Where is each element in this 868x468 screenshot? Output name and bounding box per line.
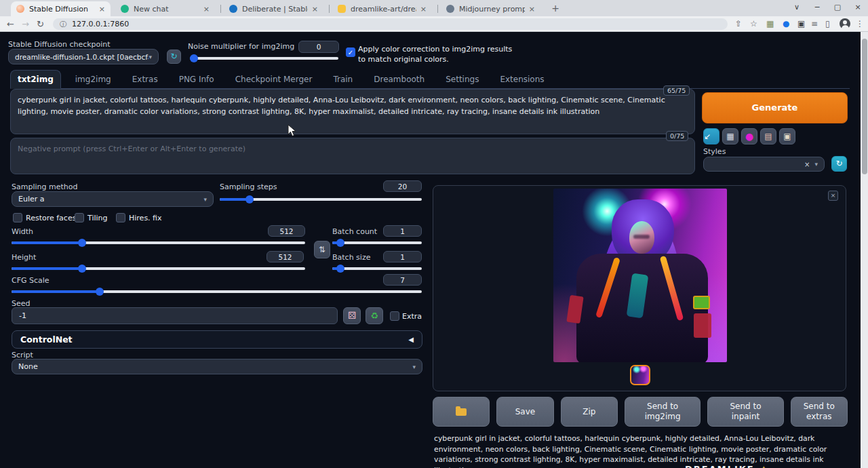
site-info-icon[interactable]: ⓘ	[60, 20, 66, 29]
hires-fix-checkbox[interactable]	[116, 213, 125, 222]
checkpoint-refresh-button[interactable]: ↻	[167, 50, 181, 64]
tab-checkpoint-merger[interactable]: Checkpoint Merger	[229, 71, 319, 88]
apply-style-button[interactable]: ▤	[760, 128, 776, 144]
color-correction-label: Apply color correction to img2img result…	[358, 45, 519, 65]
sampling-steps-input[interactable]	[383, 180, 422, 192]
open-folder-button[interactable]	[433, 397, 490, 427]
paste-params-button[interactable]: ↙	[703, 128, 719, 144]
share-icon[interactable]: ⇧	[735, 18, 742, 30]
tab-close-icon[interactable]: ×	[203, 5, 210, 14]
sampling-method-value: Euler a	[18, 195, 45, 203]
sampling-method-dropdown[interactable]: Euler a ▾	[12, 191, 214, 207]
tab-png-info[interactable]: PNG Info	[172, 71, 221, 88]
script-value: None	[18, 362, 38, 371]
profile-avatar[interactable]	[840, 18, 850, 29]
noise-multiplier-input[interactable]	[298, 41, 339, 53]
browser-tab-dreamlike[interactable]: dreamlike-art/dreamlike-diffusio ×	[332, 1, 432, 16]
bookmark-star-icon[interactable]: ☆	[750, 18, 757, 30]
new-tab-button[interactable]: +	[549, 3, 561, 15]
back-icon[interactable]: ←	[7, 18, 14, 31]
prompt-textarea[interactable]: cyberpunk girl in jacket, colorful tatto…	[10, 89, 695, 134]
extension-grid-icon[interactable]: ▦	[766, 18, 774, 30]
tab-train[interactable]: Train	[326, 71, 359, 88]
forward-icon: →	[22, 18, 29, 31]
save-style-button[interactable]: ▣	[779, 128, 795, 144]
color-correction-checkbox[interactable]: ✓	[346, 47, 355, 57]
tab-close-icon[interactable]: ×	[312, 5, 318, 14]
window-close-button[interactable]: ×	[848, 0, 868, 15]
extensions-puzzle-icon[interactable]: ▣	[797, 18, 805, 30]
tab-close-icon[interactable]: ×	[99, 5, 105, 14]
browser-tab-strip: Stable Diffusion × New chat × Deliberate…	[0, 0, 868, 16]
swap-width-height-button[interactable]: ⇅	[314, 241, 330, 258]
media-extension-icon[interactable]: ●	[783, 18, 789, 30]
reading-list-icon[interactable]: ≡	[811, 18, 818, 30]
tab-separator	[220, 5, 221, 13]
script-dropdown[interactable]: None ▾	[12, 359, 422, 374]
tiling-label: Tiling	[87, 214, 108, 222]
reuse-seed-recycle-button[interactable]: ♻	[366, 307, 383, 324]
tab-img2img[interactable]: img2img	[68, 71, 118, 88]
address-bar[interactable]: ⓘ 127.0.0.1:7860	[53, 18, 728, 30]
gallery-thumbnail-selected[interactable]	[630, 365, 650, 385]
browser-tab-stable-diffusion[interactable]: Stable Diffusion ×	[11, 1, 111, 16]
extra-seed-checkbox[interactable]	[390, 311, 399, 321]
seed-input[interactable]	[12, 307, 338, 324]
tab-title: New chat	[134, 5, 199, 14]
batch-size-label: Batch size	[332, 253, 370, 262]
browser-tab-new-chat[interactable]: New chat ×	[115, 1, 215, 16]
random-seed-dice-button[interactable]: ⚄	[343, 307, 361, 324]
controlnet-accordion[interactable]: ControlNet ◀	[12, 330, 422, 349]
width-slider[interactable]	[12, 239, 305, 247]
tab-dreambooth[interactable]: Dreambooth	[367, 71, 431, 88]
browser-tab-deliberate[interactable]: Deliberate | Stable Diffusion Che ×	[224, 1, 323, 16]
tab-title: Stable Diffusion	[29, 5, 95, 14]
cutoff-logo-text: DREAMLIKE✦	[685, 464, 768, 468]
clear-prompt-trash-button[interactable]: ▦	[722, 128, 738, 144]
tab-extensions[interactable]: Extensions	[493, 71, 551, 88]
styles-clear-icon[interactable]: ×	[804, 161, 814, 168]
height-slider[interactable]	[12, 265, 305, 273]
zip-button[interactable]: Zip	[561, 397, 618, 427]
generate-button[interactable]: Generate	[702, 92, 848, 123]
cfg-scale-slider[interactable]	[12, 288, 422, 296]
save-button[interactable]: Save	[496, 397, 553, 427]
negative-prompt-textarea[interactable]	[10, 138, 695, 174]
send-to-img2img-button[interactable]: Send to img2img	[625, 397, 701, 427]
side-panel-icon[interactable]: ▯	[825, 18, 830, 30]
styles-dropdown[interactable]: × ▾	[703, 157, 825, 172]
checkpoint-dropdown[interactable]: dreamlike-diffusion-1.0.ckpt [0aecbcfa2c…	[8, 49, 159, 64]
batch-count-slider[interactable]	[332, 239, 422, 247]
window-maximize-button[interactable]: ▢	[827, 0, 848, 15]
tab-settings[interactable]: Settings	[439, 71, 486, 88]
batch-count-input[interactable]	[383, 225, 422, 237]
restore-faces-checkbox[interactable]	[13, 213, 22, 222]
url-text[interactable]: 127.0.0.1:7860	[72, 20, 129, 28]
tab-extras[interactable]: Extras	[125, 71, 165, 88]
reload-icon[interactable]: ↻	[37, 18, 44, 31]
width-input[interactable]	[268, 225, 305, 237]
close-image-icon[interactable]: ×	[828, 191, 838, 201]
browser-menu-dots-icon[interactable]: ⋮	[856, 18, 864, 30]
send-to-extras-button[interactable]: Send to extras	[791, 397, 848, 427]
tab-close-icon[interactable]: ×	[420, 5, 427, 14]
generated-image[interactable]	[553, 189, 727, 362]
noise-multiplier-slider[interactable]	[190, 54, 338, 62]
cfg-scale-input[interactable]	[383, 274, 422, 286]
browser-tab-midjourney[interactable]: Midjourney prompt examples : L ×	[441, 1, 540, 16]
tiling-checkbox[interactable]	[75, 213, 84, 222]
sampling-steps-slider[interactable]	[220, 195, 422, 203]
extra-networks-button[interactable]: ●	[741, 128, 757, 144]
page-scrollbar[interactable]	[861, 32, 868, 468]
window-minimize-button[interactable]: −	[807, 0, 827, 15]
tab-search-chevron-icon[interactable]: ∨	[787, 0, 807, 15]
batch-size-input[interactable]	[383, 251, 422, 262]
send-to-inpaint-button[interactable]: Send to inpaint	[707, 397, 783, 427]
tab-close-icon[interactable]: ×	[529, 5, 535, 14]
scrollbar-thumb[interactable]	[862, 39, 867, 174]
chatgpt-favicon	[121, 5, 129, 13]
tab-txt2img[interactable]: txt2img	[10, 70, 61, 89]
styles-refresh-button[interactable]: ↻	[831, 156, 847, 172]
height-input[interactable]	[267, 251, 304, 262]
batch-size-slider[interactable]	[332, 265, 422, 273]
